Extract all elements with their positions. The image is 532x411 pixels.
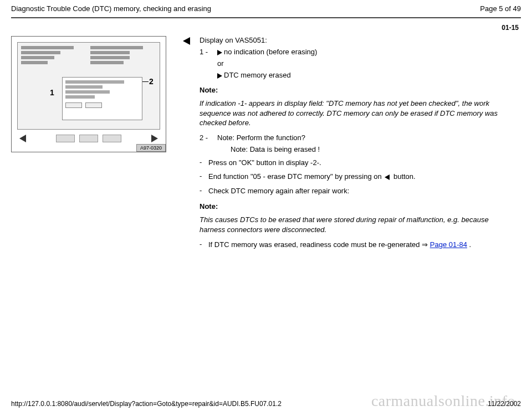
nav-left-icon [19,135,26,142]
page-header: Diagnostic Trouble Code (DTC) memory, ch… [0,0,532,16]
item-1-number: 1 - [200,48,217,56]
page-footer: http://127.0.0.1:8080/audi/servlet/Displ… [0,400,532,408]
section-arrow [183,36,200,47]
step-end-function-text: End function "05 - erase DTC memory" by … [208,172,515,182]
page-link-01-84[interactable]: Page 01-84 [430,240,467,249]
dash-bullet: - [200,158,208,168]
footer-url: http://127.0.0.1:8080/audi/servlet/Displ… [11,400,282,408]
vas5051-figure: 1 2 A97-0320 [11,36,166,152]
figure-column: 1 2 A97-0320 [11,36,183,152]
step-press-ok: - Press on "OK" button in display -2-. [200,158,515,168]
note-1-body: If indication -1- appears in display fie… [200,99,515,128]
text-column: Display on VAS5051: 1 - no indication (b… [200,36,521,254]
note-1-label: Note: [200,86,515,94]
bullet-arrow-icon [217,50,222,55]
note-2-label: Note: [200,202,515,210]
item-2-subtext: Note: Data is being erased ! [231,145,515,153]
list-item-1: 1 - no indication (before erasing) [200,48,515,56]
step-check-again: - Check DTC memory again after repair wo… [200,186,515,196]
list-item-2: 2 - Note: Perform the function? [200,133,515,142]
footer-date: 11/22/2002 [488,400,521,408]
figure-callout-2: 2 [149,77,154,86]
bullet-arrow-icon [217,73,222,79]
item-2-text: Note: Perform the function? [217,133,515,142]
figure-top-bars [21,46,156,73]
dash-bullet: - [200,172,208,182]
back-button-icon [385,174,390,180]
header-title: Diagnostic Trouble Code (DTC) memory, ch… [11,4,211,13]
item-1-text: no indication (before erasing) [224,48,317,56]
arrow-left-icon [183,37,190,45]
figure-callout-1: 1 [50,88,54,97]
item-1-alt: DTC memory erased [217,71,515,79]
dash-bullet: - [200,240,208,250]
note-2-body: This causes DTCs to be erased that were … [200,215,515,234]
figure-id-tag: A97-0320 [136,144,166,152]
step-readiness-text: If DTC memory was erased, readiness code… [208,240,515,250]
step-readiness-code: - If DTC memory was erased, readiness co… [200,240,515,250]
step-end-function: - End function "05 - erase DTC memory" b… [200,172,515,182]
display-heading: Display on VAS5051: [200,36,515,44]
step-check-again-text: Check DTC memory again after repair work… [208,186,515,196]
dash-bullet: - [200,186,208,196]
item-2-number: 2 - [200,133,217,142]
header-page-number: Page 5 of 49 [480,4,521,13]
section-number: 01-15 [0,18,532,36]
figure-nav-bar [17,133,160,144]
main-content: 1 2 A97-0320 Display on VAS5051: 1 - [0,36,532,254]
step-press-ok-text: Press on "OK" button in display -2-. [208,158,515,168]
item-1-or: or [217,59,515,68]
figure-screen: 1 2 [17,42,160,130]
nav-right-icon [151,135,158,142]
figure-dialog [62,77,142,120]
